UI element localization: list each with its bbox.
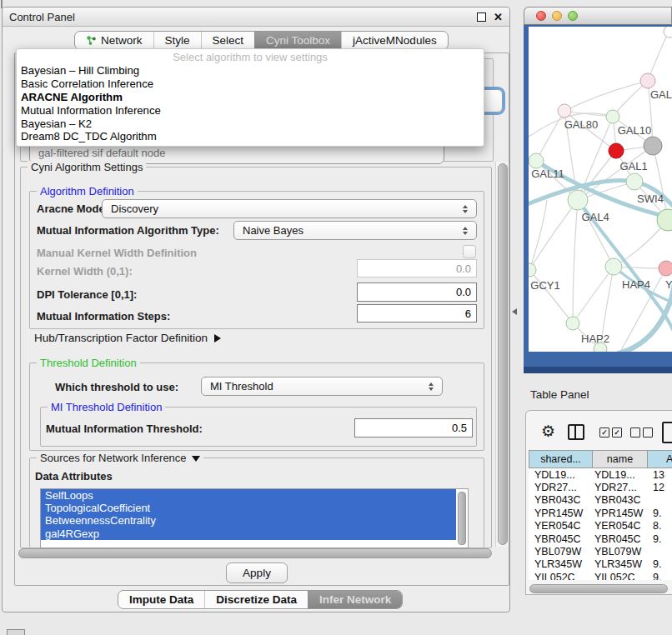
cell-name: YPR145W [592,508,647,519]
node-label: SWI4 [637,192,664,205]
network-node[interactable] [529,153,544,168]
table-row[interactable]: YBL079WYBL079W [529,545,672,558]
table-panel: ⚙ ✓✓ shared... name A YDL19...YDL19...13… [525,410,672,595]
column-header-shared[interactable]: shared... [529,450,593,468]
network-node[interactable] [626,173,643,190]
tab-network[interactable]: Network [75,32,153,49]
cell-value: 9. [647,572,672,580]
network-node[interactable] [566,317,579,330]
column-header-shared-label: shared... [540,453,581,465]
zoom-traffic-icon[interactable] [568,11,578,21]
expand-arrow-icon[interactable] [214,334,221,342]
dropdown-item[interactable]: Bayesian – Hill Climbing [17,64,484,78]
bottom-left-widget[interactable] [7,629,25,635]
split-panel-icon[interactable] [568,424,584,440]
manual-kernel-checkbox[interactable] [463,245,476,258]
settings-vscrollbar-thumb[interactable] [498,163,508,545]
table-row[interactable]: YER054CYER054C8. [529,520,672,532]
dropdown-item[interactable]: Dream8 DC_TDC Algorithm [17,130,484,143]
checked-columns-icon[interactable]: ✓✓ [599,428,622,438]
mi-threshold-field[interactable]: 0.5 [354,418,473,438]
table-row[interactable]: YDR27...YDR27...12 [529,481,672,493]
tab-infer-network[interactable]: Infer Network [308,591,402,608]
network-window-titlebar[interactable] [524,7,672,25]
data-attributes-list[interactable]: SelfLoops TopologicalCoefficient Between… [40,488,469,548]
spinner-icon [424,382,442,391]
network-node[interactable] [606,110,619,123]
network-node[interactable] [529,263,536,277]
list-item[interactable]: BetweennessCentrality [41,514,456,527]
collapse-arrow-icon[interactable] [192,456,200,462]
cell-name: YLR345W [592,558,647,570]
network-node[interactable] [605,258,622,275]
tab-discretize-data[interactable]: Discretize Data [204,591,308,608]
network-canvas[interactable]: GAL GAL80 GAL10 GAL1 GAL11 SWI4 GAL4 GCY… [529,27,672,352]
close-traffic-icon[interactable] [536,11,546,21]
list-item[interactable]: TopologicalCoefficient [41,502,456,514]
network-node[interactable] [558,104,571,118]
cell-value: 9. [647,508,672,519]
mi-threshold-value: 0.5 [452,422,467,434]
list-scrollbar[interactable] [458,492,466,545]
list-item[interactable]: gal4RGexp [41,528,456,540]
network-icon [86,35,97,46]
table-hscrollbar-thumb[interactable] [529,584,668,593]
table-row[interactable]: YDL19...YDL19...13 [529,468,672,481]
dropdown-item[interactable]: Basic Correlation Inference [17,78,484,91]
table-row[interactable]: YBR045CYBR045C9. [529,532,672,545]
settings-vscrollbar-track[interactable] [495,162,509,547]
unchecked-columns-icon[interactable] [630,428,653,438]
node-label: GAL11 [531,168,564,180]
float-window-icon[interactable] [477,12,486,22]
dropdown-item[interactable]: Mutual Information Inference [17,104,484,118]
which-threshold-label: Which threshold to use: [55,381,178,393]
which-threshold-combo[interactable]: MI Threshold [201,377,443,396]
network-node[interactable] [664,27,672,38]
table-hscrollbar-track[interactable] [529,583,672,592]
dropdown-item-selected[interactable]: ARACNE Algorithm [17,91,484,104]
mi-steps-field[interactable]: 6 [357,304,477,322]
mi-type-combo[interactable]: Naive Bayes [233,221,477,240]
network-node[interactable] [640,73,655,88]
settings-hscrollbar-thumb[interactable] [18,548,492,558]
tab-style[interactable]: Style [153,32,201,49]
table-row[interactable]: YPR145WYPR145W9. [529,507,672,519]
tab-jactivemnodules[interactable]: jActiveMNodules [341,32,448,49]
table-row[interactable]: YLR345WYLR345W9. [529,558,672,571]
minimize-traffic-icon[interactable] [552,11,562,21]
close-icon[interactable]: ✕ [494,13,503,21]
tab-cyni-toolbox-label: Cyni Toolbox [266,34,330,47]
kernel-width-field: 0.0 [357,259,477,278]
settings-hscrollbar-track[interactable] [17,548,494,558]
table-body[interactable]: YDL19...YDL19...13 YDR27...YDR27...12 YB… [529,468,672,580]
column-header-partial[interactable]: A [648,450,672,468]
table-row[interactable]: YIL052CYIL052C9. [529,571,672,580]
sources-group: Sources for Network Inference Data Attri… [29,458,484,548]
gear-icon[interactable]: ⚙ [541,423,555,439]
tab-cyni-toolbox[interactable]: Cyni Toolbox [254,32,341,49]
mi-threshold-label: Mutual Information Threshold: [46,422,203,435]
tab-select[interactable]: Select [201,32,255,49]
node-label: HAP2 [581,332,609,345]
network-node[interactable] [609,143,624,158]
dropdown-item[interactable]: Bayesian – K2 [17,118,484,131]
cell-shared: YDR27... [529,482,592,493]
table-row[interactable]: YBR043CYBR043C [529,494,672,507]
splitter-collapse-icon[interactable] [512,308,517,315]
network-node[interactable] [659,261,672,276]
apply-button-label: Apply [243,567,271,579]
network-node[interactable] [644,137,662,155]
file-icon[interactable] [662,422,672,443]
apply-button[interactable]: Apply [226,562,288,583]
network-node[interactable] [568,190,588,210]
hub-definition-section[interactable]: Hub/Transcription Factor Definition [34,332,221,344]
dpi-tolerance-field[interactable]: 0.0 [357,282,477,302]
dropdown-placeholder: Select algorithm to view settings [17,51,484,64]
aracne-mode-combo[interactable]: Discovery [102,199,477,218]
column-header-partial-label: A [666,453,672,465]
network-node[interactable] [657,209,672,231]
column-header-name[interactable]: name [593,450,648,468]
list-item[interactable]: SelfLoops [41,489,456,502]
tab-impute-data[interactable]: Impute Data [118,591,204,608]
mi-type-label: Mutual Information Algorithm Type: [37,224,219,237]
